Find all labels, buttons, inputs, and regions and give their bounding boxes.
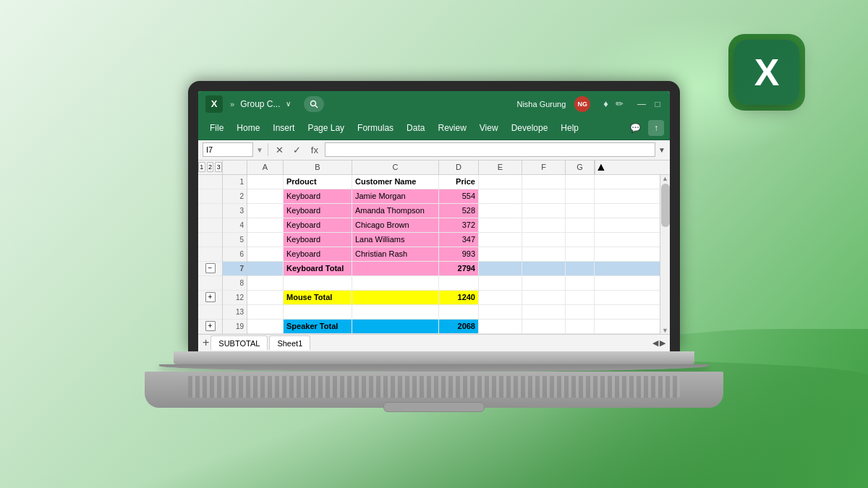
menu-formulas[interactable]: Formulas bbox=[352, 120, 399, 136]
cell-d1[interactable]: Price bbox=[439, 175, 479, 189]
cell-b1[interactable]: Prdouct bbox=[284, 175, 352, 189]
cell-f1[interactable] bbox=[522, 175, 566, 189]
cell-f7[interactable] bbox=[522, 262, 566, 275]
menu-view[interactable]: View bbox=[474, 120, 504, 136]
cell-c8[interactable] bbox=[352, 276, 439, 290]
cell-a7[interactable] bbox=[247, 262, 284, 275]
scroll-up-btn[interactable]: ▲ bbox=[660, 175, 670, 182]
cell-g13[interactable] bbox=[566, 305, 595, 319]
menu-review[interactable]: Review bbox=[432, 120, 472, 136]
cell-g8[interactable] bbox=[566, 276, 595, 290]
cell-e3[interactable] bbox=[479, 204, 522, 218]
cell-a3[interactable] bbox=[247, 204, 284, 218]
minimize-button[interactable]: — bbox=[637, 99, 647, 109]
cell-b13[interactable] bbox=[284, 305, 352, 319]
cell-b19-speaker-total[interactable]: Speaker Total bbox=[284, 320, 352, 333]
cell-a5[interactable] bbox=[247, 233, 284, 247]
scrollbar-track[interactable] bbox=[660, 228, 670, 327]
formula-cancel-btn[interactable]: ✕ bbox=[273, 142, 287, 157]
cell-c2[interactable]: Jamie Morgan bbox=[352, 189, 439, 203]
cell-b5[interactable]: Keyboard bbox=[284, 233, 352, 247]
cell-g2[interactable] bbox=[566, 189, 595, 203]
vertical-scrollbar[interactable]: ▲ ▼ bbox=[660, 175, 670, 334]
cell-e5[interactable] bbox=[479, 233, 522, 247]
cell-e4[interactable] bbox=[479, 218, 522, 232]
formula-confirm-btn[interactable]: ✓ bbox=[290, 142, 305, 157]
cell-d6[interactable]: 993 bbox=[439, 247, 479, 261]
cell-e7[interactable] bbox=[479, 262, 522, 275]
outline-row-7[interactable]: − bbox=[198, 262, 222, 276]
add-sheet-btn[interactable]: + bbox=[203, 336, 209, 349]
cell-g7[interactable] bbox=[566, 262, 595, 275]
cell-g1[interactable] bbox=[566, 175, 595, 189]
menu-share-icon[interactable]: ↑ bbox=[648, 120, 664, 136]
cell-a2[interactable] bbox=[247, 189, 284, 203]
formula-input[interactable] bbox=[325, 142, 655, 157]
outline-collapse-keyboard[interactable]: − bbox=[205, 263, 216, 273]
cell-f8[interactable] bbox=[522, 276, 566, 290]
cell-f5[interactable] bbox=[522, 233, 566, 247]
cell-a13[interactable] bbox=[247, 305, 284, 319]
menu-file[interactable]: File bbox=[204, 120, 229, 136]
cell-b7-keyboard-total[interactable]: Keyboard Total bbox=[284, 262, 352, 275]
cell-a1[interactable] bbox=[247, 175, 284, 189]
cell-b6[interactable]: Keyboard bbox=[284, 247, 352, 261]
cell-e8[interactable] bbox=[479, 276, 522, 290]
cell-c1[interactable]: Customer Name bbox=[352, 175, 439, 189]
cell-d2[interactable]: 554 bbox=[439, 189, 479, 203]
outline-row-12[interactable]: + bbox=[198, 291, 222, 305]
cell-e6[interactable] bbox=[479, 247, 522, 261]
cell-c5[interactable]: Lana Williams bbox=[352, 233, 439, 247]
cell-b2[interactable]: Keyboard bbox=[284, 189, 352, 203]
cell-d5[interactable]: 347 bbox=[439, 233, 479, 247]
cell-ref-box[interactable]: I7 bbox=[203, 142, 253, 157]
cell-f6[interactable] bbox=[522, 247, 566, 261]
outline-row-19[interactable]: + bbox=[198, 320, 222, 334]
scroll-tabs-right[interactable]: ▶ bbox=[660, 338, 665, 348]
cell-b12-mouse-total[interactable]: Mouse Total bbox=[284, 291, 352, 304]
cell-f2[interactable] bbox=[522, 189, 566, 203]
cell-d8[interactable] bbox=[439, 276, 479, 290]
cell-e1[interactable] bbox=[479, 175, 522, 189]
restore-button[interactable]: □ bbox=[652, 99, 663, 109]
cell-f4[interactable] bbox=[522, 218, 566, 232]
cell-e2[interactable] bbox=[479, 189, 522, 203]
formula-function-btn[interactable]: fx bbox=[307, 142, 322, 157]
cell-f12[interactable] bbox=[522, 291, 566, 304]
cell-d13[interactable] bbox=[439, 305, 479, 319]
menu-data[interactable]: Data bbox=[401, 120, 430, 136]
menu-insert[interactable]: Insert bbox=[267, 120, 300, 136]
menu-home[interactable]: Home bbox=[231, 120, 265, 136]
cell-f13[interactable] bbox=[522, 305, 566, 319]
cell-e19[interactable] bbox=[479, 320, 522, 333]
cell-f19[interactable] bbox=[522, 320, 566, 333]
cell-a6[interactable] bbox=[247, 247, 284, 261]
cell-a4[interactable] bbox=[247, 218, 284, 232]
cell-c13[interactable] bbox=[352, 305, 439, 319]
cell-g4[interactable] bbox=[566, 218, 595, 232]
cell-c7[interactable] bbox=[352, 262, 439, 275]
titlebar-search-icon[interactable] bbox=[304, 96, 324, 112]
sheet-tab-subtotal[interactable]: SUBTOTAL bbox=[210, 335, 268, 350]
sheet-tab-1[interactable]: Sheet1 bbox=[269, 335, 310, 350]
scrollbar-thumb[interactable] bbox=[661, 184, 670, 227]
outline-expand-speaker[interactable]: + bbox=[205, 321, 216, 331]
cell-d12[interactable]: 1240 bbox=[439, 291, 479, 304]
cell-d4[interactable]: 372 bbox=[439, 218, 479, 232]
cell-c19[interactable] bbox=[352, 320, 439, 333]
outline-expand-mouse[interactable]: + bbox=[205, 292, 216, 302]
formula-expand-btn[interactable]: ▼ bbox=[658, 146, 665, 154]
cell-g12[interactable] bbox=[566, 291, 595, 304]
menu-pagelayout[interactable]: Page Lay bbox=[302, 120, 350, 136]
cell-e12[interactable] bbox=[479, 291, 522, 304]
menu-help[interactable]: Help bbox=[555, 120, 584, 136]
cell-g19[interactable] bbox=[566, 320, 595, 333]
cell-b8[interactable] bbox=[284, 276, 352, 290]
cell-c6[interactable]: Christian Rash bbox=[352, 247, 439, 261]
cell-b4[interactable]: Keyboard bbox=[284, 218, 352, 232]
cell-c3[interactable]: Amanda Thompson bbox=[352, 204, 439, 218]
menu-comment-icon[interactable]: 💬 bbox=[624, 120, 647, 136]
cell-f3[interactable] bbox=[522, 204, 566, 218]
cell-c12[interactable] bbox=[352, 291, 439, 304]
cell-g5[interactable] bbox=[566, 233, 595, 247]
